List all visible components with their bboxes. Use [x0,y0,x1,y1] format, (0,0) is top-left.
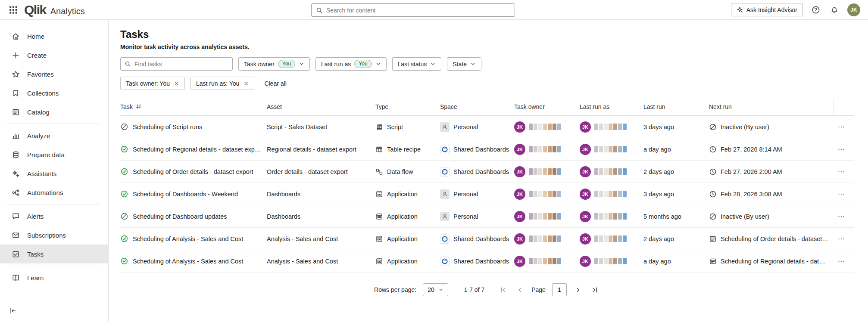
runas-run-history-bar [594,235,627,242]
column-header-next-run[interactable]: Next run [709,103,834,110]
row-actions-button[interactable] [835,143,848,156]
last-run-as-avatar[interactable]: JK [580,211,591,222]
clear-all-link[interactable]: Clear all [264,80,286,87]
previous-page-button[interactable] [515,285,525,295]
last-status-filter-dropdown[interactable]: Last status [392,57,442,71]
task-owner-avatar[interactable]: JK [514,189,525,200]
filter-label: Last run as [321,61,351,68]
app-launcher-button[interactable] [7,3,20,16]
first-page-button[interactable] [498,285,508,295]
last-run-as-avatar[interactable]: JK [580,166,591,177]
sidebar-item-automations[interactable]: Automations [0,183,108,202]
global-search-box[interactable] [311,3,515,17]
success-status-icon [120,145,128,153]
row-actions-button[interactable] [835,232,848,245]
row-actions-button[interactable] [835,255,848,268]
help-button[interactable] [810,4,821,15]
task-name[interactable]: Scheduling of Dashboards - Weekend [133,191,238,198]
find-tasks-input[interactable] [134,61,228,68]
task-name[interactable]: Scheduling of Regional details - dataset… [133,146,262,153]
table-row[interactable]: Scheduling of Dashboards - Weekend Dashb… [120,183,854,205]
personal-space-icon [440,189,450,199]
sidebar-item-catalog[interactable]: Catalog [0,102,108,121]
table-row[interactable]: Scheduling of Script runs Script - Sales… [120,116,854,138]
last-run-as-avatar[interactable]: JK [580,144,591,155]
column-header-task[interactable]: Task [120,103,267,110]
table-row[interactable]: Scheduling of Dashboard updates Dashboar… [120,205,854,228]
sidebar-item-favorites[interactable]: Favorites [0,65,108,84]
filter-chip-task-owner[interactable]: Task owner: You [120,77,185,90]
user-avatar[interactable]: JK [847,3,860,16]
sort-descending-icon[interactable] [135,103,142,110]
active-filter-chips: Task owner: You Last run as: You Clear a… [120,77,854,90]
home-icon [11,32,20,40]
column-header-last-run[interactable]: Last run [643,103,709,110]
help-icon [812,6,820,14]
column-header-space[interactable]: Space [440,103,514,110]
pagination-bar: Rows per page: 20 1-7 of 7 Page [120,283,854,296]
row-actions-button[interactable] [835,188,848,201]
task-name[interactable]: Scheduling of Dashboard updates [133,213,227,220]
task-name[interactable]: Scheduling of Script runs [133,124,202,130]
remove-chip-icon[interactable] [174,81,179,86]
search-input[interactable] [326,7,510,14]
row-actions-button[interactable] [835,210,848,223]
sidebar-item-prepare-data[interactable]: Prepare data [0,145,108,164]
task-name[interactable]: Scheduling of Analysis - Sales and Cost [133,258,243,265]
filter-chip-last-run-as[interactable]: Last run as: You [190,77,254,90]
last-page-button[interactable] [590,285,600,295]
sidebar-item-subscriptions[interactable]: Subscriptions [0,226,108,245]
clock-icon [709,146,717,153]
last-run-as-filter-dropdown[interactable]: Last run as You [315,57,387,71]
sidebar-item-assistants[interactable]: Assistants [0,164,108,183]
column-header-actions [834,98,854,115]
type-label: Application [387,258,418,265]
task-owner-filter-dropdown[interactable]: Task owner You [238,57,310,71]
application-type-icon [375,213,383,220]
envelope-icon [11,231,20,239]
state-filter-dropdown[interactable]: State [447,57,481,71]
last-run-as-avatar[interactable]: JK [580,233,591,245]
owner-run-history-bar [529,146,561,152]
last-run-as-avatar[interactable]: JK [580,189,591,200]
rows-per-page-select[interactable]: 20 [423,283,448,296]
sidebar-item-home[interactable]: Home [0,27,108,46]
sidebar-item-tasks[interactable]: Tasks [0,245,108,263]
last-run-as-avatar[interactable]: JK [580,256,591,267]
task-owner-avatar[interactable]: JK [514,256,525,267]
ask-insight-advisor-button[interactable]: Ask Insight Advisor [731,3,803,16]
table-row[interactable]: Scheduling of Analysis - Sales and Cost … [120,228,854,250]
task-owner-avatar[interactable]: JK [514,233,525,245]
sidebar-item-create[interactable]: Create [0,46,108,65]
column-header-last-run-as[interactable]: Last run as [580,103,643,110]
next-page-button[interactable] [573,285,584,295]
chevron-down-icon [375,61,381,67]
task-name[interactable]: Scheduling of Order details - dataset ex… [133,168,253,175]
table-row[interactable]: Scheduling of Order details - dataset ex… [120,161,854,183]
sidebar-item-collections[interactable]: Collections [0,84,108,102]
main-content: Tasks Monitor task activity across analy… [109,20,868,322]
sidebar-item-analyze[interactable]: Analyze [0,126,108,145]
task-owner-avatar[interactable]: JK [514,144,525,155]
task-owner-avatar[interactable]: JK [514,166,525,177]
task-owner-avatar[interactable]: JK [514,211,525,222]
table-row[interactable]: Scheduling of Regional details - dataset… [120,138,854,161]
task-name[interactable]: Scheduling of Analysis - Sales and Cost [133,235,243,242]
page-number-input[interactable] [552,283,567,296]
notifications-button[interactable] [829,4,840,15]
remove-chip-icon[interactable] [244,81,249,86]
find-tasks-box[interactable] [120,57,233,71]
sidebar-item-learn[interactable]: Learn [0,268,108,287]
column-header-asset[interactable]: Asset [267,103,375,110]
task-owner-avatar[interactable]: JK [514,121,525,133]
table-row[interactable]: Scheduling of Analysis - Sales and Cost … [120,250,854,272]
row-actions-button[interactable] [835,165,848,178]
sidebar-item-alerts[interactable]: Alerts [0,207,108,226]
brand[interactable]: Qlik Analytics [24,3,85,16]
column-header-type[interactable]: Type [375,103,440,110]
last-run-as-avatar[interactable]: JK [580,121,591,133]
row-actions-button[interactable] [835,121,848,133]
sidebar-collapse-button[interactable] [7,305,19,317]
last-run-value: a day ago [643,258,709,265]
column-header-task-owner[interactable]: Task owner [514,103,580,110]
